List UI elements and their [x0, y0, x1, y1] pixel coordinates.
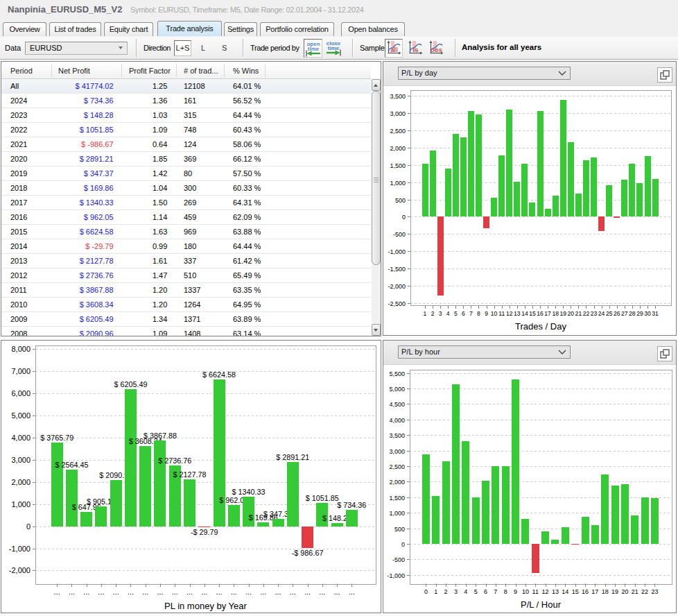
- svg-text:...: ...: [349, 588, 355, 596]
- svg-text:8: 8: [504, 588, 507, 595]
- svg-text:...: ...: [157, 588, 163, 596]
- svg-text:...: ...: [290, 588, 296, 596]
- svg-text:22: 22: [583, 310, 590, 317]
- svg-text:11: 11: [532, 588, 539, 595]
- svg-text:...: ...: [98, 588, 104, 596]
- svg-text:7,000: 7,000: [11, 367, 31, 375]
- svg-text:27: 27: [621, 310, 628, 317]
- svg-text:1,500: 1,500: [390, 162, 406, 169]
- svg-text:0: 0: [424, 588, 428, 595]
- svg-text:-1,500: -1,500: [388, 266, 406, 273]
- svg-text:5: 5: [474, 588, 478, 595]
- svg-text:15: 15: [572, 588, 579, 595]
- svg-text:$ 734.36: $ 734.36: [337, 501, 366, 509]
- svg-text:...: ...: [69, 588, 75, 596]
- svg-text:10: 10: [491, 310, 498, 317]
- svg-text:-2,500: -2,500: [388, 300, 406, 307]
- svg-text:19: 19: [611, 588, 618, 595]
- svg-text:13: 13: [552, 588, 559, 595]
- svg-text:7: 7: [469, 310, 473, 317]
- svg-text:$ 6205.49: $ 6205.49: [114, 380, 147, 388]
- svg-text:25: 25: [606, 310, 613, 317]
- svg-text:1: 1: [424, 310, 427, 317]
- svg-text:2,000: 2,000: [11, 478, 31, 486]
- svg-text:...: ...: [186, 588, 193, 596]
- svg-text:$ 3765.79: $ 3765.79: [40, 434, 73, 442]
- svg-text:-$ 986.67: -$ 986.67: [292, 549, 324, 557]
- svg-text:500: 500: [395, 197, 406, 204]
- svg-text:28: 28: [629, 310, 636, 317]
- svg-text:...: ...: [142, 588, 148, 596]
- svg-text:0: 0: [401, 541, 405, 548]
- svg-text:oos: oos: [431, 46, 442, 53]
- svg-text:is: is: [413, 46, 419, 53]
- svg-text:5: 5: [454, 310, 458, 317]
- svg-text:2: 2: [431, 310, 435, 317]
- svg-text:2,500: 2,500: [390, 128, 406, 135]
- svg-text:$ 2127.78: $ 2127.78: [173, 470, 206, 479]
- svg-text:8: 8: [477, 310, 480, 317]
- svg-text:...: ...: [260, 588, 266, 596]
- svg-text:16: 16: [582, 588, 589, 595]
- svg-text:3,500: 3,500: [389, 432, 405, 439]
- svg-text:18: 18: [602, 588, 609, 595]
- svg-text:$ 1051.85: $ 1051.85: [306, 494, 339, 502]
- svg-text:500: 500: [394, 526, 405, 533]
- svg-text:20: 20: [621, 588, 628, 595]
- svg-text:26: 26: [614, 310, 620, 317]
- svg-text:$ 1340.33: $ 1340.33: [232, 488, 266, 496]
- svg-text:2,000: 2,000: [389, 479, 405, 486]
- svg-text:-$ 29.79: -$ 29.79: [191, 528, 218, 536]
- svg-text:30: 30: [644, 310, 651, 317]
- svg-text:-1,000: -1,000: [9, 545, 31, 553]
- svg-text:23: 23: [591, 310, 598, 317]
- svg-text:5,000: 5,000: [389, 386, 405, 393]
- svg-text:3: 3: [439, 310, 442, 317]
- svg-text:-2,000: -2,000: [388, 283, 406, 290]
- svg-text:...: ...: [319, 588, 325, 596]
- svg-text:...: ...: [83, 588, 89, 596]
- svg-text:...: ...: [231, 588, 237, 596]
- svg-text:...: ...: [113, 588, 119, 596]
- svg-text:...: ...: [334, 588, 340, 596]
- svg-text:12: 12: [542, 588, 549, 595]
- svg-text:...: ...: [201, 588, 207, 596]
- svg-text:2,000: 2,000: [390, 145, 406, 152]
- svg-text:3: 3: [454, 588, 458, 595]
- svg-text:31: 31: [652, 310, 659, 317]
- svg-text:10: 10: [522, 588, 529, 595]
- svg-text:4: 4: [464, 588, 467, 595]
- svg-text:22: 22: [641, 588, 648, 595]
- svg-text:14: 14: [562, 588, 568, 595]
- svg-text:4: 4: [446, 310, 450, 317]
- svg-text:29: 29: [636, 310, 643, 317]
- svg-text:...: ...: [128, 588, 134, 596]
- svg-text:9: 9: [514, 588, 517, 595]
- svg-text:4,000: 4,000: [11, 434, 31, 442]
- svg-text:-1,000: -1,000: [387, 572, 405, 579]
- svg-text:23: 23: [651, 588, 658, 595]
- svg-text:$ 2736.76: $ 2736.76: [158, 456, 191, 465]
- svg-text:1,500: 1,500: [389, 495, 405, 502]
- svg-text:...: ...: [245, 588, 252, 596]
- svg-text:...: ...: [172, 588, 178, 596]
- svg-text:11: 11: [498, 310, 505, 317]
- svg-text:2: 2: [444, 588, 448, 595]
- svg-text:21: 21: [575, 310, 582, 317]
- svg-text:3,500: 3,500: [390, 93, 406, 100]
- svg-text:6: 6: [462, 310, 465, 317]
- svg-text:$ 3867.88: $ 3867.88: [144, 431, 177, 440]
- svg-text:...: ...: [54, 588, 60, 596]
- svg-text:-1,000: -1,000: [388, 248, 406, 255]
- svg-text:18: 18: [552, 310, 559, 317]
- svg-text:$ 6624.58: $ 6624.58: [202, 370, 236, 379]
- svg-text:0: 0: [26, 522, 31, 531]
- svg-text:P/L / Hour: P/L / Hour: [521, 599, 562, 610]
- svg-text:19: 19: [559, 310, 566, 317]
- svg-text:5,000: 5,000: [11, 411, 31, 420]
- svg-text:2,500: 2,500: [389, 463, 405, 470]
- svg-text:1,000: 1,000: [389, 510, 405, 517]
- svg-text:3,000: 3,000: [389, 448, 405, 455]
- svg-text:13: 13: [514, 310, 521, 317]
- svg-text:17: 17: [591, 588, 598, 595]
